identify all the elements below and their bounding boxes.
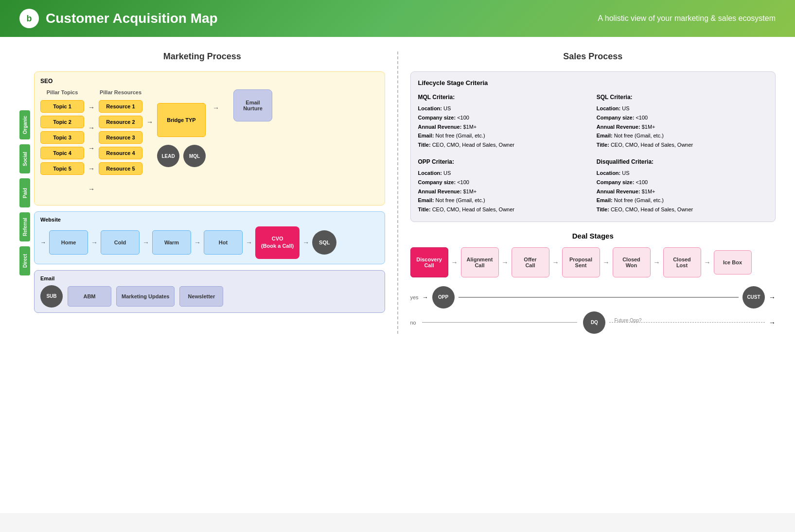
mql-title: Title: CEO, CMO, Head of Sales, Owner	[418, 140, 589, 150]
arrow-1: →	[88, 100, 95, 115]
cust-circle: CUST	[742, 286, 765, 309]
future-opp-label: Future Opp?	[614, 318, 641, 323]
pillar-topics-col: Pillar Topics Topic 1 Topic 2 Topic 3 To…	[40, 89, 84, 175]
dq-title: Title: CEO, CMO, Head of Sales, Owner	[597, 205, 768, 214]
page-warm: Warm	[152, 230, 191, 255]
resource-arrows: →	[146, 89, 153, 132]
website-title: Website	[40, 217, 379, 223]
email-nurture-box: EmailNurture	[233, 89, 272, 121]
dq-criteria-col: Disqualified Criteria: Location: US Comp…	[597, 157, 768, 214]
sql-criteria-title: SQL Criteria:	[597, 92, 768, 102]
resource-5: Resource 5	[99, 162, 142, 175]
no-label: no	[410, 320, 416, 326]
opp-email: Email: Not free (Gmail, etc.)	[418, 196, 589, 205]
resource-4: Resource 4	[99, 147, 142, 159]
pillar-topics-header: Pillar Topics	[40, 89, 84, 95]
website-pages-row: → Home → Cold → Warm → Hot → CVO(Book a …	[40, 226, 379, 259]
cust-arrow: →	[769, 293, 776, 301]
opp-cust-flow: yes → OPP CUST → no DQ	[410, 286, 776, 334]
topic-1: Topic 1	[40, 100, 84, 113]
stage-arrow-3: →	[552, 258, 559, 266]
source-social: Social	[19, 144, 30, 173]
website-section: Website → Home → Cold → Warm → Hot → CVO…	[34, 211, 385, 264]
seo-block: SEO Pillar Topics Topic 1 Topic 2 Topic …	[34, 71, 385, 206]
sql-revenue: Annual Revenue: $1M+	[597, 122, 768, 132]
stage-arrow-2: →	[502, 258, 509, 266]
source-direct: Direct	[19, 246, 30, 275]
sql-criteria-col: SQL Criteria: Location: US Company size:…	[597, 92, 768, 150]
resource-1: Resource 1	[99, 100, 142, 113]
no-flow-row: no DQ Future Opp? →	[410, 311, 776, 334]
stage-arrow-5: →	[654, 258, 660, 266]
topic-2: Topic 2	[40, 116, 84, 128]
dq-email: Email: Not free (Gmail, etc.)	[597, 196, 768, 205]
email-items-row: SUB ABM Marketing Updates Newsletter	[40, 285, 379, 308]
marketing-inner: SEO Pillar Topics Topic 1 Topic 2 Topic …	[34, 71, 385, 313]
stage-ice-box: Ice Box	[714, 250, 752, 275]
sql-circle: SQL	[312, 230, 336, 255]
page-title: Customer Acquisition Map	[46, 11, 218, 26]
logo-letter: b	[27, 14, 32, 24]
email-section: Email SUB ABM Marketing Updates Newslett…	[34, 270, 385, 313]
lifecycle-grid: MQL Criteria: Location: US Company size:…	[418, 92, 768, 214]
topic-4: Topic 4	[40, 147, 84, 159]
stage-closed-won: ClosedWon	[613, 247, 651, 277]
mql-email: Email: Not free (Gmail, etc.)	[418, 131, 589, 140]
stage-arrow-1: →	[451, 258, 458, 266]
opp-location: Location: US	[418, 169, 589, 178]
dq-revenue: Annual Revenue: $1M+	[597, 187, 768, 196]
email-newsletter: Newsletter	[179, 286, 223, 307]
home-cold-arrow: →	[91, 239, 98, 246]
seo-title: SEO	[40, 78, 379, 85]
dq-criteria-title: Disqualified Criteria:	[597, 157, 768, 167]
lifecycle-title: Lifecycle Stage Criteria	[418, 79, 768, 86]
lead-mql-badges: LEAD MQL	[157, 145, 206, 167]
bridge-typ: Bridge TYP	[157, 103, 206, 137]
source-paid: Paid	[19, 178, 30, 207]
marketing-diagram: Organic Social Paid Referral Direct SEO	[19, 71, 385, 313]
opp-title: Title: CEO, CMO, Head of Sales, Owner	[418, 205, 589, 214]
sales-content: Lifecycle Stage Criteria MQL Criteria: L…	[410, 71, 776, 334]
header-logo: b	[19, 9, 39, 28]
sql-company-size: Company size: <100	[597, 113, 768, 122]
stage-discovery-call: DiscoveryCall	[410, 247, 448, 277]
pillar-resources-col: Pillar Resources Resource 1 Resource 2 R…	[99, 89, 142, 175]
yes-label: yes	[410, 294, 419, 300]
cvo-sql-arrow: →	[302, 239, 309, 246]
resource-3: Resource 3	[99, 131, 142, 144]
arrow-4: →	[88, 161, 95, 176]
nurture-arrow-area: →	[210, 89, 222, 112]
mql-criteria-title: MQL Criteria:	[418, 92, 589, 102]
sql-title: Title: CEO, CMO, Head of Sales, Owner	[597, 140, 768, 150]
marketing-section-title: Marketing Process	[19, 51, 385, 62]
header-subtitle: A holistic view of your marketing & sale…	[598, 14, 776, 23]
sub-circle: SUB	[40, 285, 63, 308]
email-marketing-updates: Marketing Updates	[116, 286, 175, 307]
dq-circle: DQ	[583, 311, 605, 334]
opp-circle: OPP	[432, 286, 455, 309]
yes-flow-row: yes → OPP CUST →	[410, 286, 776, 309]
stage-offer-call: OfferCall	[512, 247, 549, 277]
page-hot: Hot	[204, 230, 243, 255]
opp-company-size: Company size: <100	[418, 178, 589, 187]
stage-closed-lost: ClosedLost	[663, 247, 701, 277]
arrow-2: →	[88, 120, 95, 135]
topic-3: Topic 3	[40, 131, 84, 144]
cvo-box: CVO(Book a Call)	[255, 226, 300, 259]
mql-badge: MQL	[183, 145, 206, 167]
opp-criteria-col: OPP Criteria: Location: US Company size:…	[418, 157, 589, 214]
bridge-arrow: →	[146, 115, 153, 129]
header-left: b Customer Acquisition Map	[19, 9, 218, 28]
hot-cvo-arrow: →	[246, 239, 252, 246]
pillar-area: Pillar Topics Topic 1 Topic 2 Topic 3 To…	[40, 89, 379, 199]
lifecycle-criteria-box: Lifecycle Stage Criteria MQL Criteria: L…	[410, 71, 776, 222]
yes-arrow: →	[423, 294, 428, 301]
traffic-sources: Organic Social Paid Referral Direct	[19, 71, 30, 275]
warm-hot-arrow: →	[194, 239, 201, 246]
email-abm: ABM	[68, 286, 111, 307]
stage-proposal-sent: ProposalSent	[562, 247, 600, 277]
arrow-3: →	[88, 141, 95, 155]
marketing-panel: Marketing Process Organic Social Paid Re…	[19, 51, 398, 334]
opp-revenue: Annual Revenue: $1M+	[418, 187, 589, 196]
full-layout: Marketing Process Organic Social Paid Re…	[19, 51, 776, 334]
